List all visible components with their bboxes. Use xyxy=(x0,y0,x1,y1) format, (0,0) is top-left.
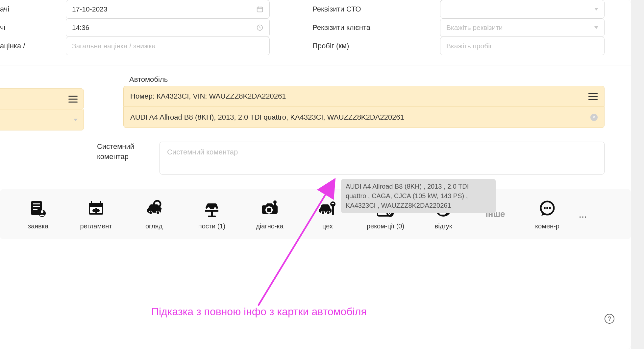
vehicle-select[interactable]: AUDI A4 Allroad B8 (8KH), 2013, 2.0 TDI … xyxy=(123,107,605,128)
chevron-down-icon xyxy=(594,8,598,11)
application-icon xyxy=(28,198,49,219)
sto-requisites-select[interactable] xyxy=(440,0,605,18)
vehicle-selected-text: AUDI A4 Allroad B8 (8KH), 2013, 2.0 TDI … xyxy=(130,113,404,122)
inspection-icon xyxy=(143,198,164,219)
client-requisites-select[interactable]: Вкажіть реквізити xyxy=(440,18,605,37)
svg-point-17 xyxy=(156,211,160,214)
label-client-req: Реквізити клієнта xyxy=(270,20,440,35)
svg-point-42 xyxy=(546,207,548,209)
markup-placeholder: Загальна націнка / знижка xyxy=(72,42,156,50)
prev-field-select[interactable] xyxy=(0,109,84,130)
time-value: 14:36 xyxy=(72,24,89,32)
calendar-icon xyxy=(256,6,263,13)
svg-rect-23 xyxy=(211,212,213,216)
tab-inspection[interactable]: огляд xyxy=(125,198,183,230)
label-time: чі xyxy=(0,20,66,35)
vehicle-header-text: Номер: КА4323СІ, VIN: WAUZZZ8K2DA220261 xyxy=(130,92,286,101)
svg-point-28 xyxy=(273,200,277,204)
tabs-bar: заявка регламент огляд пости (1) діагно- xyxy=(0,189,631,239)
svg-rect-15 xyxy=(95,208,97,213)
svg-rect-4 xyxy=(33,206,40,207)
svg-rect-33 xyxy=(332,203,334,204)
tab-posts[interactable]: пости (1) xyxy=(183,198,241,230)
vehicle-tooltip: AUDI A4 Allroad B8 (8KH) , 2013 , 2.0 TD… xyxy=(341,179,496,213)
hamburger-icon xyxy=(68,96,78,103)
svg-rect-10 xyxy=(91,201,92,204)
tab-label: діагно-ка xyxy=(256,222,284,230)
date-input[interactable]: 17-10-2023 xyxy=(66,0,270,18)
system-comment-input[interactable]: Системний коментар xyxy=(160,142,605,174)
vehicle-section: Автомобіль Номер: КА4323СІ, VIN: WAUZZZ8… xyxy=(0,65,631,134)
tabs-overflow[interactable]: ... xyxy=(576,209,589,220)
chevron-down-icon xyxy=(74,119,78,121)
system-comment-placeholder: Системний коментар xyxy=(167,148,238,156)
tab-label: огляд xyxy=(145,222,162,230)
comments-icon xyxy=(537,198,558,219)
svg-rect-22 xyxy=(205,210,218,212)
svg-rect-32 xyxy=(332,205,334,215)
label-sto-req: Реквізити СТО xyxy=(270,2,440,17)
tab-label: цех xyxy=(322,222,333,230)
tab-label: пости (1) xyxy=(198,222,225,230)
diagnostics-icon xyxy=(259,198,280,219)
time-input[interactable]: 14:36 xyxy=(66,18,270,37)
svg-rect-0 xyxy=(257,7,263,12)
svg-rect-3 xyxy=(33,203,40,204)
clear-icon[interactable]: ✕ xyxy=(590,114,598,121)
tab-reglament[interactable]: регламент xyxy=(67,198,125,230)
svg-rect-27 xyxy=(274,203,276,209)
svg-point-21 xyxy=(214,207,216,210)
tab-application[interactable]: заявка xyxy=(9,198,67,230)
mileage-input[interactable]: Вкажіть пробіг xyxy=(440,37,605,55)
svg-point-30 xyxy=(327,211,330,214)
posts-icon xyxy=(201,198,222,219)
label-date: ачі xyxy=(0,2,66,17)
markup-input[interactable]: Загальна націнка / знижка xyxy=(66,37,270,55)
chevron-down-icon xyxy=(594,26,598,29)
system-comment-label: Системний коментар xyxy=(84,142,160,162)
help-button[interactable]: ? xyxy=(605,314,614,324)
svg-point-20 xyxy=(207,207,210,210)
svg-point-29 xyxy=(321,211,325,214)
svg-point-41 xyxy=(544,207,546,209)
tab-label: комен-р xyxy=(535,222,559,230)
tab-label: заявка xyxy=(28,222,48,230)
vehicle-section-title: Автомобіль xyxy=(123,75,605,84)
reglament-icon xyxy=(86,198,107,219)
system-comment-row: Системний коментар Системний коментар xyxy=(0,134,631,174)
top-form: ачі 17-10-2023 Реквізити СТО чі 14:36 xyxy=(0,0,631,65)
svg-rect-24 xyxy=(208,216,216,217)
svg-rect-11 xyxy=(100,201,101,204)
tab-label: регламент xyxy=(80,222,112,230)
svg-point-26 xyxy=(267,208,271,212)
label-markup: ацінка / xyxy=(0,38,66,54)
prev-field-menu[interactable] xyxy=(0,88,84,109)
svg-point-16 xyxy=(149,211,152,214)
tab-comments[interactable]: комен-р xyxy=(518,198,576,230)
workshop-icon xyxy=(317,198,338,219)
svg-point-13 xyxy=(92,209,96,212)
client-requisites-placeholder: Вкажіть реквізити xyxy=(446,24,503,32)
tab-label: відгук xyxy=(435,222,452,230)
tab-diagnostics[interactable]: діагно-ка xyxy=(241,198,299,230)
clock-icon xyxy=(256,24,263,31)
svg-point-7 xyxy=(41,210,43,213)
vehicle-header-row[interactable]: Номер: КА4323СІ, VIN: WAUZZZ8K2DA220261 xyxy=(123,86,605,107)
annotation-caption: Підказка з повною інфо з картки автомобі… xyxy=(151,306,367,318)
tab-label: реком-ції (0) xyxy=(367,222,404,230)
svg-point-14 xyxy=(96,209,100,212)
hamburger-icon[interactable] xyxy=(588,93,598,100)
label-mileage: Пробіг (км) xyxy=(270,38,440,54)
date-value: 17-10-2023 xyxy=(72,5,107,13)
svg-rect-5 xyxy=(33,209,37,210)
mileage-placeholder: Вкажіть пробіг xyxy=(446,42,492,50)
svg-point-43 xyxy=(549,207,551,209)
